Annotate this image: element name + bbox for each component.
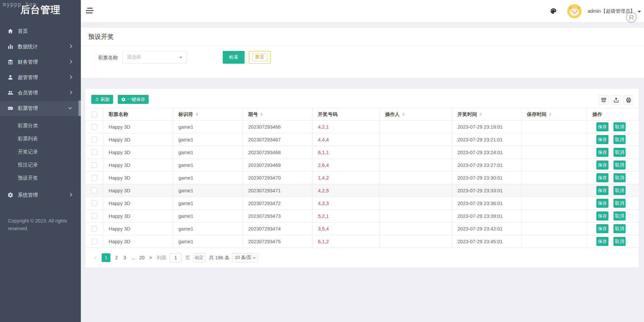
sidebar-subitem[interactable]: 预设开奖	[0, 172, 81, 185]
lottery-select[interactable]: 请选择	[122, 51, 187, 64]
sort-icon[interactable]	[549, 113, 551, 116]
row-checkbox[interactable]	[91, 213, 97, 219]
sidebar-subitem[interactable]: 投注记录	[0, 158, 81, 172]
column-header[interactable]: 开奖号码	[312, 108, 379, 120]
column-header[interactable]: 期号	[243, 108, 312, 120]
sort-icon[interactable]	[479, 113, 482, 116]
column-header[interactable]: 彩票名称	[103, 108, 173, 120]
column-header[interactable]: 操作	[587, 108, 639, 120]
row-cancel-button[interactable]: 取消	[613, 160, 626, 170]
row-save-button[interactable]: 保存	[596, 148, 608, 157]
column-header[interactable]: 开奖时间	[452, 108, 521, 120]
row-checkbox[interactable]	[91, 162, 97, 168]
sidebar-item[interactable]: 首页	[0, 23, 81, 39]
row-checkbox[interactable]	[91, 239, 97, 244]
menu-icon	[7, 192, 13, 198]
sidebar-item[interactable]: 彩票管理	[0, 101, 81, 116]
row-save-button[interactable]: 保存	[596, 224, 608, 233]
export-button[interactable]	[611, 95, 621, 105]
save-all-button[interactable]: 一键保存	[118, 95, 149, 104]
sidebar-item-label: 会员管理	[18, 90, 38, 96]
cell-operator	[379, 121, 452, 133]
cell-code: game1	[173, 222, 243, 235]
row-cancel-button[interactable]: 取消	[613, 122, 626, 131]
cell-draw-time: 2023-07-29 23:30:01	[452, 172, 521, 184]
sidebar-item[interactable]: 系统管理	[0, 187, 81, 203]
prev-page-button[interactable]: <	[93, 253, 98, 262]
page-button[interactable]: 3	[122, 253, 127, 262]
row-cancel-button[interactable]: 取消	[613, 224, 626, 233]
row-checkbox[interactable]	[91, 137, 97, 142]
row-cancel-button[interactable]: 取消	[613, 186, 626, 195]
sidebar-subitem[interactable]: 开奖记录	[0, 145, 81, 158]
cell-code: game1	[173, 159, 243, 171]
chevron-icon	[69, 107, 71, 109]
row-cancel-button[interactable]: 取消	[613, 237, 626, 246]
sort-icon[interactable]	[260, 113, 263, 116]
row-save-button[interactable]: 保存	[596, 122, 608, 131]
row-cancel-button[interactable]: 取消	[613, 135, 626, 144]
print-button[interactable]	[624, 95, 633, 105]
cell-operator	[379, 133, 452, 146]
sidebar-item[interactable]: 超管管理	[0, 70, 81, 85]
row-cancel-button[interactable]: 取消	[613, 173, 626, 182]
select-all-checkbox[interactable]	[91, 112, 97, 117]
row-save-button[interactable]: 保存	[596, 135, 608, 144]
cell-code: game1	[173, 184, 243, 197]
sort-icon[interactable]	[196, 113, 198, 116]
column-label: 开奖时间	[458, 111, 477, 118]
cell-operator	[379, 235, 452, 248]
page-button[interactable]: 20	[139, 253, 145, 262]
goto-page-input[interactable]	[169, 253, 182, 262]
cell-save-time	[521, 235, 587, 248]
refresh-button[interactable]: 刷新	[91, 95, 113, 104]
row-save-button[interactable]: 保存	[596, 199, 608, 208]
sidebar-subitem[interactable]: 彩票分类	[0, 119, 81, 132]
column-header[interactable]: 保存时间	[521, 108, 587, 120]
search-button[interactable]: 检索	[223, 51, 245, 64]
page-size-select[interactable]: 10 条/页	[232, 253, 258, 262]
next-page-button[interactable]: >	[148, 253, 153, 262]
cell-issue: 202307293468	[243, 146, 312, 158]
columns-filter-button[interactable]	[599, 95, 608, 105]
row-checkbox[interactable]	[91, 175, 97, 181]
cell-operator	[379, 210, 452, 222]
column-header[interactable]: 操作人	[379, 108, 452, 120]
reset-button[interactable]: 重置	[249, 51, 271, 64]
cell-numbers: 4,4,4	[312, 133, 379, 146]
topbar: admin【超级管理员】	[81, 0, 644, 22]
row-checkbox[interactable]	[91, 149, 97, 155]
row-checkbox[interactable]	[91, 200, 97, 206]
sidebar-item[interactable]: 会员管理	[0, 85, 81, 101]
row-save-button[interactable]: 保存	[596, 173, 608, 182]
row-checkbox[interactable]	[91, 226, 97, 232]
page-button[interactable]: ...	[131, 253, 136, 262]
row-save-button[interactable]: 保存	[596, 211, 608, 220]
cell-issue: 202307293472	[243, 197, 312, 209]
column-header[interactable]: 标识符	[173, 108, 243, 120]
cell-numbers: 6,1,1	[312, 146, 379, 158]
goto-confirm-button[interactable]: 确定	[193, 253, 206, 262]
row-cancel-button[interactable]: 取消	[613, 148, 626, 157]
row-cancel-button[interactable]: 取消	[613, 211, 626, 220]
row-cancel-button[interactable]: 取消	[613, 199, 626, 208]
sort-icon[interactable]	[402, 113, 405, 116]
row-checkbox[interactable]	[91, 124, 97, 130]
theme-palette-icon[interactable]	[550, 8, 557, 14]
sidebar-item[interactable]: 数据统计	[0, 39, 81, 54]
username[interactable]: admin【超级管理员】	[588, 8, 635, 14]
sidebar-item[interactable]: 财务管理	[0, 54, 81, 70]
sidebar-scrollbar[interactable]	[78, 101, 81, 116]
page-button[interactable]: 2	[114, 253, 119, 262]
cell-draw-time: 2023-07-29 23:27:01	[452, 159, 521, 171]
row-save-button[interactable]: 保存	[596, 160, 608, 170]
row-save-button[interactable]: 保存	[596, 237, 608, 246]
menu-toggle-icon[interactable]	[86, 8, 94, 14]
row-save-button[interactable]: 保存	[596, 186, 608, 195]
cell-draw-time: 2023-07-29 23:45:01	[452, 235, 521, 248]
sidebar-subitem[interactable]: 彩票列表	[0, 132, 81, 145]
column-label: 操作人	[385, 111, 400, 118]
avatar[interactable]	[567, 4, 582, 18]
row-checkbox[interactable]	[91, 188, 97, 193]
page-button[interactable]: 1	[102, 253, 110, 262]
